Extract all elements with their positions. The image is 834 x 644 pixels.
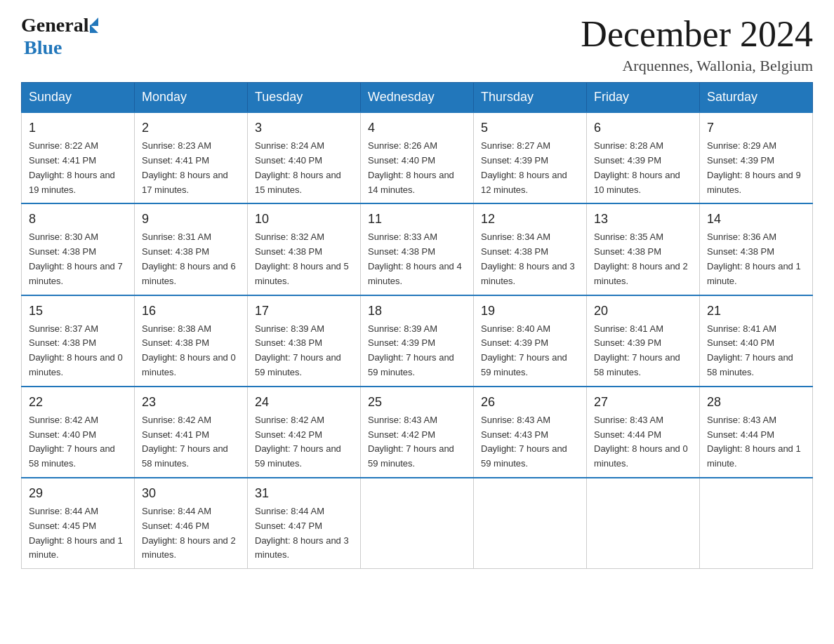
table-row: 5 Sunrise: 8:27 AM Sunset: 4:39 PM Dayli…	[474, 112, 587, 203]
table-row: 6 Sunrise: 8:28 AM Sunset: 4:39 PM Dayli…	[587, 112, 700, 203]
table-row: 2 Sunrise: 8:23 AM Sunset: 4:41 PM Dayli…	[135, 112, 248, 203]
calendar-week-row: 29 Sunrise: 8:44 AM Sunset: 4:45 PM Dayl…	[22, 478, 813, 569]
calendar-week-row: 1 Sunrise: 8:22 AM Sunset: 4:41 PM Dayli…	[22, 112, 813, 203]
logo-icon	[90, 18, 98, 33]
day-number: 22	[29, 393, 127, 412]
day-number: 28	[707, 393, 805, 412]
day-info: Sunrise: 8:43 AM Sunset: 4:43 PM Dayligh…	[481, 413, 579, 471]
day-number: 20	[594, 302, 692, 321]
table-row: 10 Sunrise: 8:32 AM Sunset: 4:38 PM Dayl…	[248, 203, 361, 295]
col-monday: Monday	[135, 83, 248, 113]
day-info: Sunrise: 8:41 AM Sunset: 4:39 PM Dayligh…	[594, 322, 692, 380]
day-info: Sunrise: 8:33 AM Sunset: 4:38 PM Dayligh…	[368, 230, 466, 288]
table-row: 3 Sunrise: 8:24 AM Sunset: 4:40 PM Dayli…	[248, 112, 361, 203]
col-sunday: Sunday	[22, 83, 135, 113]
day-info: Sunrise: 8:37 AM Sunset: 4:38 PM Dayligh…	[29, 322, 127, 380]
day-info: Sunrise: 8:42 AM Sunset: 4:40 PM Dayligh…	[29, 413, 127, 471]
header: General Blue December 2024 Arquennes, Wa…	[21, 14, 813, 75]
day-info: Sunrise: 8:43 AM Sunset: 4:44 PM Dayligh…	[594, 413, 692, 471]
day-number: 13	[594, 210, 692, 229]
table-row: 9 Sunrise: 8:31 AM Sunset: 4:38 PM Dayli…	[135, 203, 248, 295]
page-title: December 2024	[581, 14, 813, 54]
table-row: 8 Sunrise: 8:30 AM Sunset: 4:38 PM Dayli…	[22, 203, 135, 295]
day-number: 17	[255, 302, 353, 321]
table-row: 23 Sunrise: 8:42 AM Sunset: 4:41 PM Dayl…	[135, 387, 248, 478]
day-number: 27	[594, 393, 692, 412]
logo: General Blue	[21, 14, 99, 59]
table-row	[587, 478, 700, 569]
table-row: 27 Sunrise: 8:43 AM Sunset: 4:44 PM Dayl…	[587, 387, 700, 478]
table-row: 7 Sunrise: 8:29 AM Sunset: 4:39 PM Dayli…	[700, 112, 813, 203]
day-number: 19	[481, 302, 579, 321]
day-info: Sunrise: 8:43 AM Sunset: 4:44 PM Dayligh…	[707, 413, 805, 471]
day-number: 24	[255, 393, 353, 412]
calendar-header-row: Sunday Monday Tuesday Wednesday Thursday…	[22, 83, 813, 113]
day-number: 8	[29, 210, 127, 229]
table-row: 4 Sunrise: 8:26 AM Sunset: 4:40 PM Dayli…	[361, 112, 474, 203]
day-number: 25	[368, 393, 466, 412]
day-number: 4	[368, 119, 466, 137]
table-row: 29 Sunrise: 8:44 AM Sunset: 4:45 PM Dayl…	[22, 478, 135, 569]
day-info: Sunrise: 8:35 AM Sunset: 4:38 PM Dayligh…	[594, 230, 692, 288]
day-info: Sunrise: 8:31 AM Sunset: 4:38 PM Dayligh…	[142, 230, 240, 288]
calendar-week-row: 8 Sunrise: 8:30 AM Sunset: 4:38 PM Dayli…	[22, 203, 813, 295]
day-number: 10	[255, 210, 353, 229]
col-wednesday: Wednesday	[361, 83, 474, 113]
table-row: 30 Sunrise: 8:44 AM Sunset: 4:46 PM Dayl…	[135, 478, 248, 569]
day-number: 1	[29, 119, 127, 137]
day-number: 23	[142, 393, 240, 412]
table-row: 26 Sunrise: 8:43 AM Sunset: 4:43 PM Dayl…	[474, 387, 587, 478]
table-row: 18 Sunrise: 8:39 AM Sunset: 4:39 PM Dayl…	[361, 295, 474, 387]
day-number: 30	[142, 484, 240, 503]
col-tuesday: Tuesday	[248, 83, 361, 113]
day-info: Sunrise: 8:44 AM Sunset: 4:47 PM Dayligh…	[255, 504, 353, 563]
day-number: 29	[29, 484, 127, 503]
day-info: Sunrise: 8:44 AM Sunset: 4:45 PM Dayligh…	[29, 504, 127, 563]
table-row: 31 Sunrise: 8:44 AM Sunset: 4:47 PM Dayl…	[248, 478, 361, 569]
day-number: 6	[594, 119, 692, 137]
day-info: Sunrise: 8:36 AM Sunset: 4:38 PM Dayligh…	[707, 230, 805, 288]
table-row: 16 Sunrise: 8:38 AM Sunset: 4:38 PM Dayl…	[135, 295, 248, 387]
day-info: Sunrise: 8:23 AM Sunset: 4:41 PM Dayligh…	[142, 139, 240, 197]
table-row: 24 Sunrise: 8:42 AM Sunset: 4:42 PM Dayl…	[248, 387, 361, 478]
day-number: 12	[481, 210, 579, 229]
table-row: 17 Sunrise: 8:39 AM Sunset: 4:38 PM Dayl…	[248, 295, 361, 387]
day-number: 3	[255, 119, 353, 137]
day-number: 18	[368, 302, 466, 321]
day-number: 7	[707, 119, 805, 137]
day-info: Sunrise: 8:26 AM Sunset: 4:40 PM Dayligh…	[368, 139, 466, 197]
day-number: 5	[481, 119, 579, 137]
day-info: Sunrise: 8:43 AM Sunset: 4:42 PM Dayligh…	[368, 413, 466, 471]
day-number: 9	[142, 210, 240, 229]
table-row: 25 Sunrise: 8:43 AM Sunset: 4:42 PM Dayl…	[361, 387, 474, 478]
day-number: 11	[368, 210, 466, 229]
table-row: 28 Sunrise: 8:43 AM Sunset: 4:44 PM Dayl…	[700, 387, 813, 478]
table-row: 20 Sunrise: 8:41 AM Sunset: 4:39 PM Dayl…	[587, 295, 700, 387]
title-block: December 2024 Arquennes, Wallonia, Belgi…	[581, 14, 813, 75]
page-subtitle: Arquennes, Wallonia, Belgium	[581, 57, 813, 75]
col-saturday: Saturday	[700, 83, 813, 113]
day-info: Sunrise: 8:27 AM Sunset: 4:39 PM Dayligh…	[481, 139, 579, 197]
day-info: Sunrise: 8:24 AM Sunset: 4:40 PM Dayligh…	[255, 139, 353, 197]
day-info: Sunrise: 8:40 AM Sunset: 4:39 PM Dayligh…	[481, 322, 579, 380]
calendar-week-row: 15 Sunrise: 8:37 AM Sunset: 4:38 PM Dayl…	[22, 295, 813, 387]
day-info: Sunrise: 8:29 AM Sunset: 4:39 PM Dayligh…	[707, 139, 805, 197]
table-row: 14 Sunrise: 8:36 AM Sunset: 4:38 PM Dayl…	[700, 203, 813, 295]
day-number: 31	[255, 484, 353, 503]
table-row	[700, 478, 813, 569]
day-number: 26	[481, 393, 579, 412]
day-info: Sunrise: 8:39 AM Sunset: 4:39 PM Dayligh…	[368, 322, 466, 380]
table-row	[474, 478, 587, 569]
col-thursday: Thursday	[474, 83, 587, 113]
table-row: 19 Sunrise: 8:40 AM Sunset: 4:39 PM Dayl…	[474, 295, 587, 387]
day-info: Sunrise: 8:34 AM Sunset: 4:38 PM Dayligh…	[481, 230, 579, 288]
day-number: 14	[707, 210, 805, 229]
logo-general-text: General	[21, 14, 88, 36]
day-info: Sunrise: 8:32 AM Sunset: 4:38 PM Dayligh…	[255, 230, 353, 288]
day-number: 2	[142, 119, 240, 137]
table-row: 11 Sunrise: 8:33 AM Sunset: 4:38 PM Dayl…	[361, 203, 474, 295]
day-info: Sunrise: 8:42 AM Sunset: 4:42 PM Dayligh…	[255, 413, 353, 471]
day-info: Sunrise: 8:30 AM Sunset: 4:38 PM Dayligh…	[29, 230, 127, 288]
day-info: Sunrise: 8:39 AM Sunset: 4:38 PM Dayligh…	[255, 322, 353, 380]
table-row: 21 Sunrise: 8:41 AM Sunset: 4:40 PM Dayl…	[700, 295, 813, 387]
